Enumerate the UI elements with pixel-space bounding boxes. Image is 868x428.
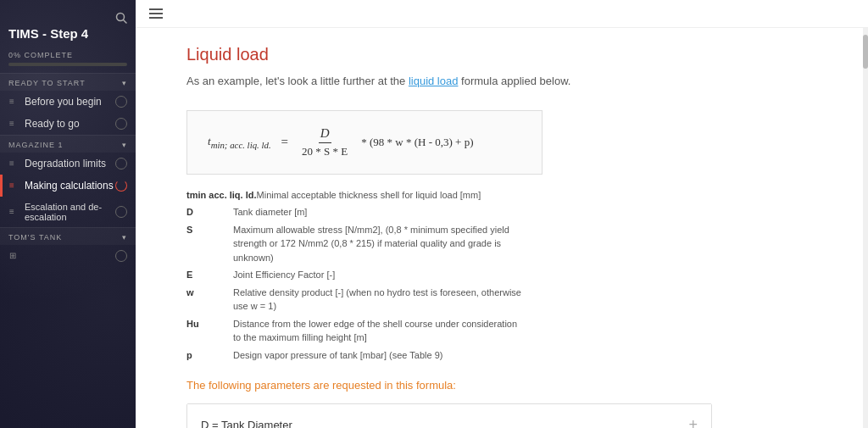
sidebar-item-label-making-calculations: Making calculations	[25, 180, 115, 192]
right-scrollbar[interactable]	[863, 28, 868, 428]
accordion-header-d[interactable]: D = Tank Diameter +	[187, 404, 711, 428]
var-row-s: S Maximum allowable stress [N/mm2], (0,8…	[186, 223, 829, 265]
hamburger-line-2	[149, 13, 163, 14]
formula-equals: =	[281, 135, 288, 149]
accordion-label-d: D = Tank Diameter	[201, 419, 292, 428]
sidebar-item-escalation[interactable]: ≡ Escalation and de-escalation	[0, 197, 136, 227]
progress-section: 0% COMPLETE	[0, 49, 136, 73]
hamburger-line-1	[149, 8, 163, 10]
scrollbar-thumb[interactable]	[863, 35, 868, 69]
accordion-expand-d[interactable]: +	[688, 416, 698, 428]
section-header-magazine1: MAGAZINE 1 ▾	[0, 135, 136, 153]
var-row-e: E Joint Efficiency Factor [-]	[186, 268, 829, 282]
var-name-d: D	[186, 205, 233, 220]
sidebar-item-label-degradation-limits: Degradation limits	[25, 158, 115, 170]
var-desc-tmin: Minimal acceptable thickness shell for l…	[257, 188, 481, 203]
sidebar-item-label-ready-to-go: Ready to go	[25, 118, 115, 130]
progress-bar-background	[8, 63, 127, 66]
hamburger-button[interactable]	[149, 8, 163, 19]
section-toggle-ready-to-start[interactable]: ▾	[122, 79, 127, 87]
var-row-p: p Design vapor pressure of tank [mbar] (…	[186, 348, 829, 363]
section-label-magazine1: MAGAZINE 1	[8, 141, 64, 149]
page-subtitle: As an example, let's look a little furth…	[186, 73, 829, 90]
var-name-w: w	[186, 286, 233, 314]
topbar	[136, 0, 868, 28]
item-icon-toms-item: ⊞	[9, 251, 19, 260]
var-row-d: D Tank diameter [m]	[186, 205, 829, 220]
formula-fraction: D 20 * S * E	[302, 126, 348, 158]
section-toggle-magazine1[interactable]: ▾	[122, 141, 127, 149]
liquid-load-link[interactable]: liquid load	[409, 75, 459, 87]
section-toggle-toms-tank[interactable]: ▾	[122, 233, 127, 242]
variable-table: tmin acc. liq. ld. Minimal acceptable th…	[186, 188, 829, 363]
var-name-s: S	[186, 223, 233, 265]
svg-line-1	[124, 20, 127, 24]
sidebar-item-label-before-you-begin: Before you begin	[25, 96, 115, 108]
sidebar-item-ready-to-go[interactable]: ≡ Ready to go	[0, 113, 136, 135]
sidebar: TIMS - Step 4 0% COMPLETE READY TO START…	[0, 0, 136, 428]
item-icon-degradation-limits: ≡	[9, 158, 19, 168]
page-title: Liquid load	[186, 45, 829, 64]
search-icon[interactable]	[115, 12, 127, 27]
var-name-hu: Hu	[186, 317, 233, 345]
var-name-p: p	[186, 348, 233, 363]
radio-toms-item	[115, 250, 127, 262]
accordion-item-d: D = Tank Diameter +	[186, 403, 712, 428]
progress-label: 0% COMPLETE	[8, 51, 127, 59]
sidebar-item-toms-item[interactable]: ⊞	[0, 245, 136, 267]
params-label: The following parameters are requested i…	[186, 379, 829, 392]
item-icon-ready-to-go: ≡	[9, 119, 19, 128]
var-name-e: E	[186, 268, 233, 282]
radio-before-you-begin	[115, 96, 127, 108]
formula-lhs: tmin; acc. liq. ld.	[208, 135, 271, 150]
var-desc-e: Joint Efficiency Factor [-]	[233, 268, 335, 282]
formula-display: tmin; acc. liq. ld. = D 20 * S * E * (98…	[208, 126, 521, 158]
item-icon-escalation: ≡	[9, 207, 19, 216]
sidebar-item-label-escalation: Escalation and de-escalation	[25, 202, 115, 222]
main-area: Liquid load As an example, let's look a …	[136, 0, 868, 428]
sidebar-header: TIMS - Step 4	[0, 0, 136, 49]
radio-making-calculations	[115, 180, 127, 192]
formula-container: tmin; acc. liq. ld. = D 20 * S * E * (98…	[186, 110, 542, 175]
section-label-toms-tank: TOM'S TANK	[8, 233, 62, 242]
formula-numerator: D	[319, 126, 331, 143]
section-header-ready-to-start: READY TO START ▾	[0, 73, 136, 91]
var-desc-p: Design vapor pressure of tank [mbar] (se…	[233, 348, 442, 363]
formula-multiplier: * (98 * w * (H - 0,3) + p)	[361, 136, 473, 149]
sidebar-item-making-calculations[interactable]: ≡ Making calculations	[0, 175, 136, 197]
var-desc-hu: Distance from the lower edge of the shel…	[233, 317, 521, 345]
formula-denominator: 20 * S * E	[302, 143, 348, 158]
sidebar-item-before-you-begin[interactable]: ≡ Before you begin	[0, 91, 136, 113]
var-desc-s: Maximum allowable stress [N/mm2], (0,8 *…	[233, 223, 521, 265]
radio-ready-to-go	[115, 118, 127, 130]
var-row-w: w Relative density product [-] (when no …	[186, 286, 829, 314]
var-row-tmin: tmin acc. liq. ld. Minimal acceptable th…	[186, 188, 829, 203]
var-row-hu: Hu Distance from the lower edge of the s…	[186, 317, 829, 345]
main-content: Liquid load As an example, let's look a …	[136, 28, 863, 428]
radio-degradation-limits	[115, 158, 127, 170]
sidebar-title: TIMS - Step 4	[8, 25, 88, 42]
var-desc-w: Relative density product [-] (when no hy…	[233, 286, 521, 314]
item-icon-making-calculations: ≡	[9, 181, 19, 190]
section-label-ready-to-start: READY TO START	[8, 79, 86, 87]
var-name-tmin: tmin acc. liq. ld.	[186, 188, 257, 203]
section-header-toms-tank: TOM'S TANK ▾	[0, 227, 136, 245]
var-desc-d: Tank diameter [m]	[233, 205, 307, 220]
radio-escalation	[115, 206, 127, 218]
hamburger-line-3	[149, 17, 163, 19]
sidebar-item-degradation-limits[interactable]: ≡ Degradation limits	[0, 153, 136, 175]
item-icon-before-you-begin: ≡	[9, 97, 19, 106]
